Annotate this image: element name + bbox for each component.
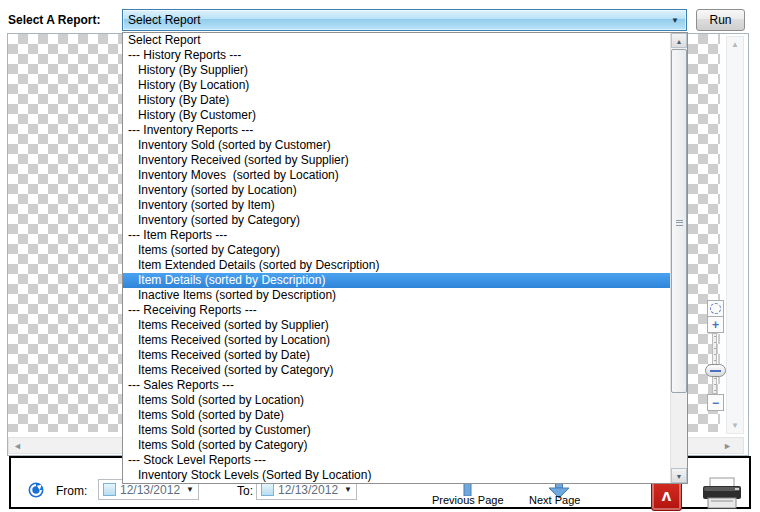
viewer-vertical-scrollbar[interactable]: ▲ ▼ — [726, 36, 744, 434]
fit-circle-icon — [710, 303, 721, 314]
to-date-checkbox[interactable] — [261, 483, 274, 496]
dropdown-item[interactable]: Items Received (sorted by Supplier) — [123, 318, 670, 333]
adobe-glyph: ʌ — [662, 487, 671, 504]
dropdown-item[interactable]: History (By Date) — [123, 93, 670, 108]
scroll-left-icon[interactable]: ◄ — [13, 439, 22, 453]
dropdown-item[interactable]: Items Sold (sorted by Customer) — [123, 423, 670, 438]
dropdown-item[interactable]: History (By Supplier) — [123, 63, 670, 78]
thumb-grip-icon — [676, 220, 683, 226]
dropdown-item[interactable]: Item Extended Details (sorted by Descrip… — [123, 258, 670, 273]
scroll-up-icon[interactable]: ▲ — [727, 40, 743, 49]
dropdown-item[interactable]: --- Receiving Reports --- — [123, 303, 670, 318]
from-date-value: 12/13/2012 — [120, 483, 182, 497]
scroll-up-icon[interactable]: ▲ — [671, 33, 687, 48]
chevron-down-icon[interactable]: ▼ — [186, 485, 194, 494]
dropdown-item[interactable]: Inventory (sorted by Location) — [123, 183, 670, 198]
dropdown-item[interactable]: History (By Customer) — [123, 108, 670, 123]
from-date-checkbox[interactable] — [103, 483, 116, 496]
report-dropdown-list: Select Report--- History Reports ---Hist… — [123, 33, 670, 483]
dropdown-item[interactable]: Inventory (sorted by Category) — [123, 213, 670, 228]
dropdown-item[interactable]: Items Sold (sorted by Location) — [123, 393, 670, 408]
dropdown-item[interactable]: --- Stock Level Reports --- — [123, 453, 670, 468]
dropdown-item[interactable]: --- Sales Reports --- — [123, 378, 670, 393]
dropdown-item[interactable]: --- Item Reports --- — [123, 228, 670, 243]
dropdown-item[interactable]: Items Sold (sorted by Category) — [123, 438, 670, 453]
dropdown-item[interactable]: Items Received (sorted by Date) — [123, 348, 670, 363]
zoom-slider-thumb[interactable] — [705, 364, 726, 377]
dropdown-item[interactable]: Inventory Received (sorted by Supplier) — [123, 153, 670, 168]
scroll-down-icon[interactable]: ▼ — [727, 421, 743, 430]
dropdown-item[interactable]: Inactive Items (sorted by Description) — [123, 288, 670, 303]
previous-page-label: Previous Page — [432, 494, 504, 506]
dropdown-scrollbar-thumb[interactable] — [671, 49, 687, 393]
zoom-fit-button[interactable] — [707, 300, 724, 317]
dropdown-item[interactable]: Inventory Stock Levels (Sorted By Locati… — [123, 468, 670, 483]
dropdown-item[interactable]: Item Details (sorted by Description) — [123, 273, 670, 288]
scroll-right-icon[interactable]: ► — [723, 439, 732, 453]
dropdown-item[interactable]: Inventory (sorted by Item) — [123, 198, 670, 213]
report-combobox-value: Select Report — [128, 13, 671, 27]
to-label: To: — [237, 484, 253, 498]
dropdown-scrollbar[interactable]: ▲ ▼ — [670, 33, 687, 483]
from-label: From: — [56, 484, 87, 498]
dropdown-item[interactable]: Inventory Sold (sorted by Customer) — [123, 138, 670, 153]
next-page-label: Next Page — [529, 494, 580, 506]
run-button[interactable]: Run — [696, 9, 745, 31]
zoom-out-button[interactable]: − — [707, 394, 724, 411]
printer-icon[interactable] — [701, 477, 743, 510]
dropdown-item[interactable]: Items (sorted by Category) — [123, 243, 670, 258]
report-dropdown: Select Report--- History Reports ---Hist… — [122, 32, 688, 484]
report-combobox[interactable]: Select Report ▼ — [122, 9, 687, 31]
dropdown-item[interactable]: History (By Location) — [123, 78, 670, 93]
refresh-icon[interactable] — [27, 481, 45, 499]
zoom-in-button[interactable]: + — [707, 316, 724, 333]
dropdown-item[interactable]: Items Received (sorted by Category) — [123, 363, 670, 378]
chevron-down-icon[interactable]: ▼ — [671, 16, 681, 25]
dropdown-item[interactable]: --- Inventory Reports --- — [123, 123, 670, 138]
dropdown-item[interactable]: Items Received (sorted by Location) — [123, 333, 670, 348]
slider-grip-icon — [710, 370, 721, 372]
chevron-down-icon[interactable]: ▼ — [344, 485, 352, 494]
dropdown-item[interactable]: Select Report — [123, 33, 670, 48]
select-report-label: Select A Report: — [8, 13, 100, 27]
scroll-down-icon[interactable]: ▼ — [671, 468, 687, 483]
to-date-value: 12/13/2012 — [278, 483, 340, 497]
dropdown-item[interactable]: Items Sold (sorted by Date) — [123, 408, 670, 423]
dropdown-item[interactable]: Inventory Moves (sorted by Location) — [123, 168, 670, 183]
dropdown-item[interactable]: --- History Reports --- — [123, 48, 670, 63]
